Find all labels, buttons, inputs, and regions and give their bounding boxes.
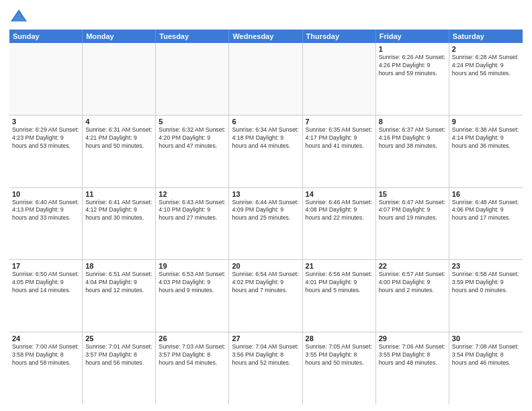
- day-cell-17: 17Sunrise: 6:50 AM Sunset: 4:05 PM Dayli…: [9, 260, 83, 332]
- day-number: 24: [12, 334, 79, 342]
- day-number: 20: [232, 262, 299, 270]
- day-detail: Sunrise: 6:54 AM Sunset: 4:02 PM Dayligh…: [232, 271, 299, 295]
- day-cell-25: 25Sunrise: 7:01 AM Sunset: 3:57 PM Dayli…: [83, 332, 156, 404]
- day-number: 9: [452, 118, 520, 126]
- day-cell-22: 22Sunrise: 6:57 AM Sunset: 4:00 PM Dayli…: [376, 260, 449, 332]
- day-number: 13: [232, 190, 299, 198]
- calendar-header: SundayMondayTuesdayWednesdayThursdayFrid…: [9, 30, 523, 43]
- day-detail: Sunrise: 6:53 AM Sunset: 4:03 PM Dayligh…: [159, 271, 226, 295]
- day-detail: Sunrise: 6:35 AM Sunset: 4:17 PM Dayligh…: [306, 126, 373, 150]
- day-cell-9: 9Sunrise: 6:38 AM Sunset: 4:14 PM Daylig…: [449, 116, 523, 187]
- day-detail: Sunrise: 6:40 AM Sunset: 4:13 PM Dayligh…: [12, 199, 79, 223]
- day-detail: Sunrise: 7:08 AM Sunset: 3:54 PM Dayligh…: [452, 343, 520, 367]
- day-detail: Sunrise: 6:56 AM Sunset: 4:01 PM Dayligh…: [306, 271, 373, 295]
- week-row-5: 24Sunrise: 7:00 AM Sunset: 3:58 PM Dayli…: [9, 332, 523, 404]
- day-cell-13: 13Sunrise: 6:44 AM Sunset: 4:09 PM Dayli…: [229, 188, 302, 260]
- day-cell-1: 1Sunrise: 6:26 AM Sunset: 4:26 PM Daylig…: [376, 43, 449, 115]
- day-cell-10: 10Sunrise: 6:40 AM Sunset: 4:13 PM Dayli…: [9, 188, 83, 260]
- week-row-3: 10Sunrise: 6:40 AM Sunset: 4:13 PM Dayli…: [9, 188, 523, 261]
- day-detail: Sunrise: 6:43 AM Sunset: 4:10 PM Dayligh…: [159, 199, 226, 223]
- day-detail: Sunrise: 6:50 AM Sunset: 4:05 PM Dayligh…: [12, 271, 79, 295]
- day-number: 5: [159, 118, 226, 126]
- week-row-4: 17Sunrise: 6:50 AM Sunset: 4:05 PM Dayli…: [9, 260, 523, 332]
- day-cell-19: 19Sunrise: 6:53 AM Sunset: 4:03 PM Dayli…: [156, 260, 229, 332]
- day-detail: Sunrise: 7:06 AM Sunset: 3:55 PM Dayligh…: [379, 343, 446, 367]
- day-detail: Sunrise: 6:38 AM Sunset: 4:14 PM Dayligh…: [452, 126, 520, 150]
- week-row-2: 3Sunrise: 6:29 AM Sunset: 4:23 PM Daylig…: [9, 116, 523, 188]
- day-header-friday: Friday: [376, 30, 449, 43]
- day-cell-20: 20Sunrise: 6:54 AM Sunset: 4:02 PM Dayli…: [229, 260, 302, 332]
- day-detail: Sunrise: 7:03 AM Sunset: 3:57 PM Dayligh…: [159, 343, 226, 367]
- day-cell-11: 11Sunrise: 6:41 AM Sunset: 4:12 PM Dayli…: [83, 188, 156, 260]
- day-cell-8: 8Sunrise: 6:37 AM Sunset: 4:16 PM Daylig…: [376, 116, 449, 187]
- day-header-monday: Monday: [83, 30, 156, 43]
- day-detail: Sunrise: 6:26 AM Sunset: 4:26 PM Dayligh…: [379, 54, 446, 78]
- day-cell-30: 30Sunrise: 7:08 AM Sunset: 3:54 PM Dayli…: [449, 332, 523, 404]
- day-number: 8: [379, 118, 446, 126]
- day-cell-29: 29Sunrise: 7:06 AM Sunset: 3:55 PM Dayli…: [376, 332, 449, 404]
- day-number: 1: [379, 45, 446, 53]
- day-number: 4: [85, 118, 152, 126]
- day-cell-16: 16Sunrise: 6:48 AM Sunset: 4:06 PM Dayli…: [449, 188, 523, 260]
- day-number: 16: [452, 190, 520, 198]
- day-number: 6: [232, 118, 299, 126]
- day-cell-24: 24Sunrise: 7:00 AM Sunset: 3:58 PM Dayli…: [9, 332, 83, 404]
- day-cell-27: 27Sunrise: 7:04 AM Sunset: 3:56 PM Dayli…: [229, 332, 302, 404]
- day-detail: Sunrise: 6:48 AM Sunset: 4:06 PM Dayligh…: [452, 199, 520, 223]
- day-cell-26: 26Sunrise: 7:03 AM Sunset: 3:57 PM Dayli…: [156, 332, 229, 404]
- day-cell-12: 12Sunrise: 6:43 AM Sunset: 4:10 PM Dayli…: [156, 188, 229, 260]
- day-number: 10: [12, 190, 79, 198]
- day-number: 15: [379, 190, 446, 198]
- day-number: 21: [306, 262, 373, 270]
- day-detail: Sunrise: 6:37 AM Sunset: 4:16 PM Dayligh…: [379, 126, 446, 150]
- empty-cell: [156, 43, 229, 115]
- week-row-1: 1Sunrise: 6:26 AM Sunset: 4:26 PM Daylig…: [9, 43, 523, 116]
- day-header-tuesday: Tuesday: [156, 30, 229, 43]
- header: [9, 7, 523, 26]
- day-detail: Sunrise: 7:01 AM Sunset: 3:57 PM Dayligh…: [85, 343, 152, 367]
- day-number: 7: [306, 118, 373, 126]
- day-number: 3: [12, 118, 79, 126]
- day-cell-4: 4Sunrise: 6:31 AM Sunset: 4:21 PM Daylig…: [83, 116, 156, 187]
- day-number: 30: [452, 334, 520, 342]
- day-detail: Sunrise: 6:41 AM Sunset: 4:12 PM Dayligh…: [85, 199, 152, 223]
- day-cell-28: 28Sunrise: 7:05 AM Sunset: 3:55 PM Dayli…: [303, 332, 376, 404]
- day-detail: Sunrise: 7:04 AM Sunset: 3:56 PM Dayligh…: [232, 343, 299, 367]
- day-cell-18: 18Sunrise: 6:51 AM Sunset: 4:04 PM Dayli…: [83, 260, 156, 332]
- day-number: 12: [159, 190, 226, 198]
- logo-icon: [9, 7, 28, 26]
- day-detail: Sunrise: 7:05 AM Sunset: 3:55 PM Dayligh…: [306, 343, 373, 367]
- day-cell-15: 15Sunrise: 6:47 AM Sunset: 4:07 PM Dayli…: [376, 188, 449, 260]
- day-header-thursday: Thursday: [303, 30, 376, 43]
- day-detail: Sunrise: 6:57 AM Sunset: 4:00 PM Dayligh…: [379, 271, 446, 295]
- day-header-wednesday: Wednesday: [229, 30, 302, 43]
- day-header-sunday: Sunday: [9, 30, 83, 43]
- day-number: 23: [452, 262, 520, 270]
- day-cell-23: 23Sunrise: 6:58 AM Sunset: 3:59 PM Dayli…: [449, 260, 523, 332]
- day-number: 25: [85, 334, 152, 342]
- day-detail: Sunrise: 6:32 AM Sunset: 4:20 PM Dayligh…: [159, 126, 226, 150]
- day-cell-21: 21Sunrise: 6:56 AM Sunset: 4:01 PM Dayli…: [303, 260, 376, 332]
- day-cell-7: 7Sunrise: 6:35 AM Sunset: 4:17 PM Daylig…: [303, 116, 376, 187]
- empty-cell: [9, 43, 83, 115]
- day-cell-6: 6Sunrise: 6:34 AM Sunset: 4:18 PM Daylig…: [229, 116, 302, 187]
- day-number: 29: [379, 334, 446, 342]
- day-detail: Sunrise: 6:34 AM Sunset: 4:18 PM Dayligh…: [232, 126, 299, 150]
- logo: [9, 7, 31, 26]
- day-cell-5: 5Sunrise: 6:32 AM Sunset: 4:20 PM Daylig…: [156, 116, 229, 187]
- calendar-body: 1Sunrise: 6:26 AM Sunset: 4:26 PM Daylig…: [9, 43, 523, 404]
- empty-cell: [303, 43, 376, 115]
- day-detail: Sunrise: 6:31 AM Sunset: 4:21 PM Dayligh…: [85, 126, 152, 150]
- day-number: 17: [12, 262, 79, 270]
- day-number: 22: [379, 262, 446, 270]
- day-number: 11: [85, 190, 152, 198]
- day-cell-3: 3Sunrise: 6:29 AM Sunset: 4:23 PM Daylig…: [9, 116, 83, 187]
- day-detail: Sunrise: 6:58 AM Sunset: 3:59 PM Dayligh…: [452, 271, 520, 295]
- day-number: 18: [85, 262, 152, 270]
- empty-cell: [83, 43, 156, 115]
- day-detail: Sunrise: 6:46 AM Sunset: 4:08 PM Dayligh…: [306, 199, 373, 223]
- day-detail: Sunrise: 6:44 AM Sunset: 4:09 PM Dayligh…: [232, 199, 299, 223]
- empty-cell: [229, 43, 302, 115]
- day-cell-14: 14Sunrise: 6:46 AM Sunset: 4:08 PM Dayli…: [303, 188, 376, 260]
- page: SundayMondayTuesdayWednesdayThursdayFrid…: [0, 0, 532, 411]
